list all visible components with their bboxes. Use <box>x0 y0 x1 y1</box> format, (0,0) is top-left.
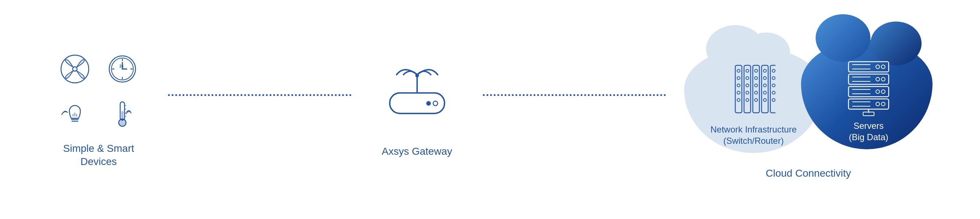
svg-point-56 <box>772 91 775 94</box>
cloud-content-left: Network Infrastructure(Switch/Router) <box>699 62 808 146</box>
clock-icon: 24 <box>104 51 141 87</box>
svg-point-36 <box>746 77 749 79</box>
svg-point-41 <box>755 69 757 72</box>
cloud-content-right: Servers(Big Data) <box>816 58 921 143</box>
gateway-icon <box>380 61 453 134</box>
gateway-label: Axsys Gateway <box>382 145 452 158</box>
svg-rect-18 <box>121 111 124 121</box>
svg-point-29 <box>737 69 740 72</box>
cloud-wrapper: Network Infrastructure(Switch/Router) <box>684 40 932 157</box>
svg-point-70 <box>876 90 880 94</box>
devices-icons-grid: 24 <box>57 51 141 131</box>
svg-point-47 <box>764 69 766 72</box>
svg-point-48 <box>764 77 766 79</box>
svg-point-30 <box>737 77 740 79</box>
dotted-line-left <box>168 94 352 96</box>
svg-rect-25 <box>390 93 444 113</box>
fan-icon <box>57 51 93 87</box>
svg-text:24: 24 <box>119 64 124 68</box>
svg-point-39 <box>746 98 749 102</box>
svg-point-60 <box>876 65 880 68</box>
svg-point-75 <box>876 102 880 106</box>
cloud-connectivity-label: Cloud Connectivity <box>765 168 851 179</box>
svg-point-37 <box>746 84 749 87</box>
svg-point-50 <box>764 91 766 94</box>
svg-point-43 <box>755 84 757 87</box>
svg-point-44 <box>755 91 757 94</box>
svg-point-51 <box>764 98 766 102</box>
svg-point-45 <box>755 98 757 102</box>
svg-point-69 <box>881 90 885 94</box>
svg-point-31 <box>737 84 740 87</box>
svg-point-53 <box>772 69 775 72</box>
svg-point-35 <box>746 69 749 72</box>
svg-point-64 <box>881 78 885 81</box>
servers-label: Servers(Big Data) <box>849 120 888 143</box>
svg-point-65 <box>876 78 880 81</box>
svg-point-33 <box>737 98 740 102</box>
svg-point-42 <box>755 77 757 79</box>
dotted-line-right <box>483 94 666 96</box>
svg-point-54 <box>772 77 775 79</box>
svg-point-38 <box>746 91 749 94</box>
svg-point-26 <box>426 101 431 106</box>
svg-point-59 <box>881 65 885 68</box>
bulb-icon <box>57 95 93 131</box>
cloud-section: Network Infrastructure(Switch/Router) <box>681 40 936 179</box>
svg-rect-68 <box>848 87 889 97</box>
gateway-section: Axsys Gateway <box>366 61 468 158</box>
diagram-container: 24 <box>0 0 980 219</box>
svg-point-27 <box>433 101 438 106</box>
svg-rect-73 <box>848 99 889 109</box>
network-infrastructure-label: Network Infrastructure(Switch/Router) <box>710 124 797 146</box>
devices-section: 24 <box>44 51 153 169</box>
svg-point-1 <box>61 55 89 83</box>
svg-point-49 <box>764 84 766 87</box>
svg-point-32 <box>737 91 740 94</box>
svg-point-74 <box>881 102 885 106</box>
svg-rect-58 <box>848 62 889 72</box>
svg-point-0 <box>73 67 77 71</box>
svg-point-57 <box>772 98 775 102</box>
devices-label: Simple & Smart Devices <box>44 142 153 169</box>
thermometer-icon <box>104 95 141 131</box>
svg-point-55 <box>772 84 775 87</box>
svg-rect-63 <box>848 74 889 84</box>
